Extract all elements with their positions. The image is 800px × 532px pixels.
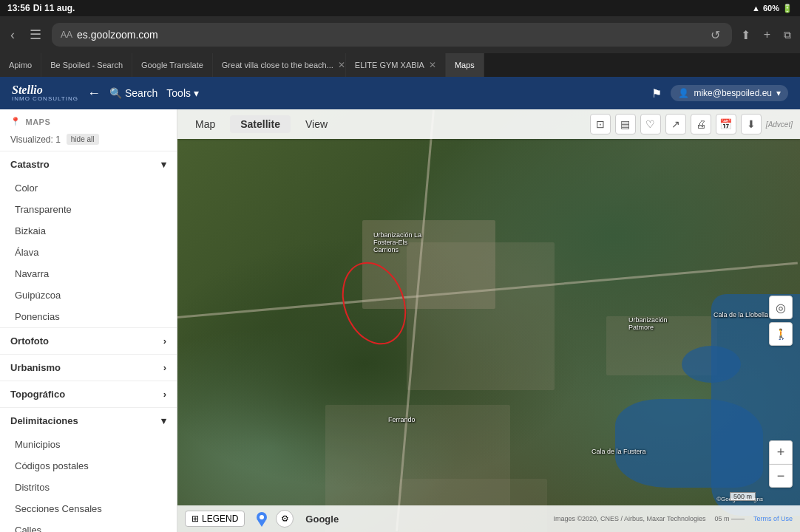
tab-elite-gym[interactable]: ELITE GYM XABIA ✕ (346, 53, 446, 77)
sidebar-item-distritos[interactable]: Distritos (0, 477, 177, 498)
sidebar-item-calles[interactable]: Calles (0, 519, 177, 532)
scale-value: 500 m (733, 493, 752, 500)
download-icon[interactable]: ⬇ (741, 114, 762, 134)
sidebar-maps-section: 📍 MAPS (0, 109, 177, 131)
tab-elite-gym-close[interactable]: ✕ (429, 60, 436, 70)
search-label: Search (125, 87, 157, 99)
water-bottom-right (615, 399, 763, 488)
browser-bookmarks-button[interactable]: ☰ (25, 24, 46, 46)
new-tab-button[interactable]: + (761, 25, 773, 44)
header-flag-button[interactable]: ⚑ (651, 86, 662, 100)
header-back-button[interactable]: ← (87, 86, 101, 101)
sidebar-section-catastro: Catastro ▾ Color Transparente Bizkaia Ál… (0, 151, 177, 327)
zoom-out-button[interactable]: − (769, 464, 793, 488)
delimitaciones-header[interactable]: Delimitaciones ▾ (0, 408, 177, 434)
sidebar: 📍 MAPS Visualized: 1 hide all Catastro ▾… (0, 109, 177, 532)
app-logo: Stellio INMO CONSULTING (12, 83, 78, 103)
sidebar-item-codigos-postales[interactable]: Códigos postales (0, 455, 177, 477)
map-bottom-bar: ⊞ LEGEND ⚙ Google Images ©2020, CNES / A… (177, 505, 800, 532)
scale-label: 05 m —— (714, 515, 745, 522)
hide-all-button[interactable]: hide all (67, 134, 99, 145)
header-tools-button[interactable]: Tools ▾ (166, 87, 199, 99)
terms-of-use-link[interactable]: Terms of Use (753, 515, 793, 522)
urbanismo-header[interactable]: Urbanismo › (0, 355, 177, 381)
sidebar-section-delimitaciones: Delimitaciones ▾ Municipios Códigos post… (0, 407, 177, 532)
topografico-label: Topográfico (10, 389, 65, 400)
wifi-icon: ▲ (752, 4, 760, 13)
sidebar-item-alava[interactable]: Álava (0, 242, 177, 263)
ortofoto-chevron-right-icon: › (163, 335, 166, 347)
map-right-controls: ◎ 🚶 (769, 296, 793, 346)
sidebar-item-ponencias[interactable]: Ponencias (0, 306, 177, 327)
scale-bar: 500 m (730, 492, 756, 501)
sidebar-item-transparente[interactable]: Transparente (0, 199, 177, 220)
tab-great-villa-close[interactable]: ✕ (338, 60, 345, 70)
tab-apimo-label: Apimo (9, 61, 32, 69)
catastro-header[interactable]: Catastro ▾ (0, 151, 177, 177)
browser-back-button[interactable]: ‹ (6, 24, 19, 46)
address-bar[interactable]: AA es.goolzoom.com ↺ (52, 23, 732, 47)
sidebar-section-topografico: Topográfico › (0, 381, 177, 407)
wifi-strength: 60% (763, 4, 779, 13)
sidebar-section-ortofoto: Ortofoto › (0, 327, 177, 354)
map-zoom-controls: + − (769, 440, 793, 488)
sidebar-item-color[interactable]: Color (0, 177, 177, 199)
tab-elite-gym-label: ELITE GYM XABIA (355, 61, 424, 69)
topografico-chevron-right-icon: › (163, 389, 166, 400)
zoom-in-button[interactable]: + (769, 440, 793, 464)
main-content: 📍 MAPS Visualized: 1 hide all Catastro ▾… (0, 109, 800, 532)
layers-icon[interactable]: ▤ (615, 114, 636, 134)
legend-button[interactable]: ⊞ LEGEND (185, 511, 245, 527)
battery-icon: 🔋 (782, 4, 793, 13)
map-pin-svg (254, 511, 270, 527)
favorite-icon[interactable]: ♡ (640, 114, 661, 134)
share-button[interactable]: ⬆ (738, 25, 753, 45)
user-email: mike@bespoiled.eu (694, 88, 772, 98)
map-satellite[interactable]: Urbanización LaFostera-ElsCarrions Urban… (177, 109, 800, 532)
map-pin-icon: 📍 (10, 117, 21, 126)
map-area[interactable]: Map Satellite View ⊡ ▤ ♡ ↗ 🖨 📅 ⬇ [Advcet… (177, 109, 800, 532)
location-button[interactable]: ◎ (769, 296, 793, 319)
catastro-chevron-down-icon: ▾ (161, 159, 166, 170)
map-view-button[interactable]: Map (185, 115, 226, 133)
time-display: 13:56 (7, 3, 30, 13)
catastro-items: Color Transparente Bizkaia Álava Navarra… (0, 177, 177, 327)
header-user-menu[interactable]: 👤 mike@bespoiled.eu ▾ (671, 85, 788, 101)
tab-apimo[interactable]: Apimo (0, 53, 41, 77)
map-pin-area (254, 511, 270, 527)
reload-button[interactable]: ↺ (708, 25, 723, 45)
app-header: Stellio INMO CONSULTING ← 🔍 Search Tools… (0, 77, 800, 109)
share-map-icon[interactable]: ↗ (665, 114, 686, 134)
user-icon: 👤 (678, 88, 689, 98)
sidebar-item-municipios[interactable]: Municipios (0, 434, 177, 455)
delimitaciones-items: Municipios Códigos postales Distritos Se… (0, 434, 177, 532)
print-icon[interactable]: 🖨 (691, 114, 711, 134)
view-button[interactable]: View (295, 115, 338, 133)
satellite-view-button[interactable]: Satellite (230, 115, 291, 133)
street-view-button[interactable]: 🚶 (769, 322, 793, 346)
urbanismo-chevron-right-icon: › (163, 362, 166, 373)
topografico-header[interactable]: Topográfico › (0, 381, 177, 407)
date-display: Di 11 aug. (33, 3, 75, 13)
sidebar-item-secciones-censales[interactable]: Secciones Censales (0, 498, 177, 519)
delimitaciones-chevron-down-icon: ▾ (161, 415, 166, 426)
sidebar-item-navarra[interactable]: Navarra (0, 263, 177, 284)
legend-label: LEGEND (202, 514, 238, 524)
header-search-button[interactable]: 🔍 Search (109, 87, 157, 99)
tab-great-villa[interactable]: Great villa close to the beach... ✕ (213, 53, 346, 77)
visualized-text: Visualized: 1 (10, 134, 61, 145)
advert-label: [Advcet] (766, 120, 793, 129)
fullscreen-icon[interactable]: ⊡ (590, 114, 611, 134)
map-controls-bar: Map Satellite View ⊡ ▤ ♡ ↗ 🖨 📅 ⬇ [Advcet… (177, 109, 800, 139)
sidebar-item-bizkaia[interactable]: Bizkaia (0, 220, 177, 242)
urbanismo-label: Urbanismo (10, 362, 61, 373)
tab-maps[interactable]: Maps (446, 53, 484, 77)
tab-be-spoiled-search[interactable]: Be Spoiled - Search (41, 53, 132, 77)
sidebar-item-guipuzcoa[interactable]: Guipúzcoa (0, 284, 177, 306)
map-settings-button[interactable]: ⚙ (276, 510, 294, 528)
ortofoto-header[interactable]: Ortofoto › (0, 328, 177, 354)
tab-google-translate[interactable]: Google Translate (132, 53, 213, 77)
tab-be-spoiled-label: Be Spoiled - Search (50, 61, 123, 69)
calendar-icon[interactable]: 📅 (716, 114, 736, 134)
tabs-overview-button[interactable]: ⧉ (781, 26, 794, 44)
